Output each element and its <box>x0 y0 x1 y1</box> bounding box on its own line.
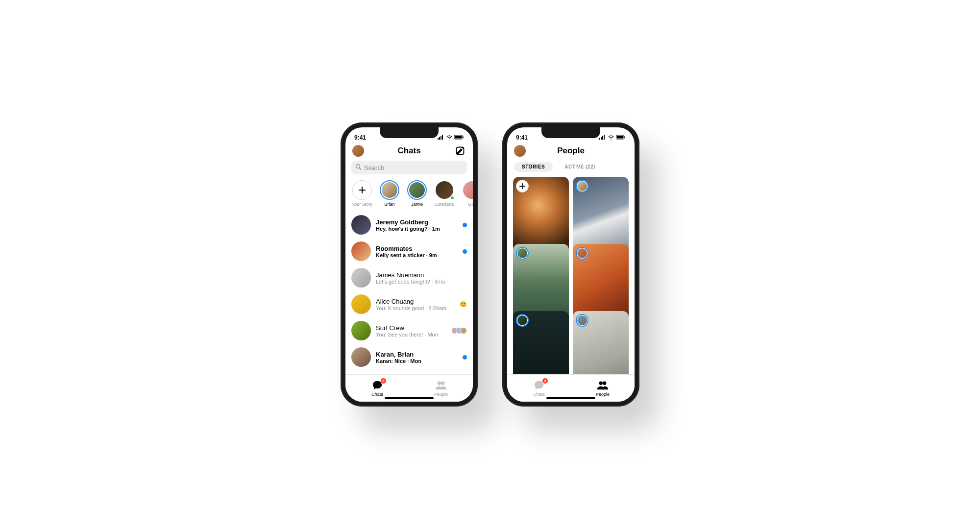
people-icon <box>435 380 447 391</box>
chat-avatar <box>351 215 371 235</box>
svg-point-13 <box>438 382 441 385</box>
story-item[interactable]: Jamie <box>406 180 428 207</box>
story-avatar <box>435 180 454 200</box>
chat-preview: You: See you there! · Mon <box>376 332 449 337</box>
search-icon <box>355 164 362 171</box>
phone-people: 9:41 People STORIES ACTIVE (22) Add to S… <box>502 122 639 407</box>
chat-indicator <box>463 223 467 227</box>
story-label: Loredana <box>435 202 454 207</box>
profile-avatar[interactable] <box>352 145 364 157</box>
svg-rect-16 <box>601 137 602 140</box>
svg-point-25 <box>603 382 606 385</box>
signal-icon <box>438 134 444 141</box>
profile-avatar[interactable] <box>514 145 526 157</box>
chat-name: Surf Crew <box>376 324 449 332</box>
svg-rect-6 <box>463 137 464 138</box>
story-avatar <box>380 180 399 200</box>
story-card[interactable] <box>513 311 569 374</box>
svg-point-24 <box>599 382 603 385</box>
svg-rect-0 <box>438 138 439 140</box>
chat-name: Karan, Brian <box>376 351 458 358</box>
story-grid[interactable]: Add to StoryBrian NelsonJamie Sharpsteen… <box>507 177 635 374</box>
chat-indicator <box>463 249 467 254</box>
svg-rect-20 <box>617 136 624 139</box>
status-time: 9:41 <box>354 134 366 141</box>
chat-icon: 3 <box>534 380 544 391</box>
chat-indicator <box>454 327 467 334</box>
svg-line-10 <box>360 168 362 170</box>
story-avatar <box>407 180 427 200</box>
chat-row[interactable]: Alice ChuangYou: K sounds good · 8:24am😊 <box>351 291 467 317</box>
segments: STORIES ACTIVE (22) <box>507 161 635 177</box>
search-input[interactable]: Search <box>351 161 467 174</box>
story-label: Jamie <box>411 202 423 207</box>
notch <box>541 127 600 138</box>
add-story-icon <box>516 180 529 192</box>
tab-people-label: People <box>434 392 448 397</box>
chat-name: Roommates <box>376 245 458 252</box>
story-item[interactable]: Your Story <box>351 180 373 207</box>
story-item[interactable]: Gor <box>461 180 473 207</box>
chat-preview: Hey, how's it going? · 1m <box>376 226 458 232</box>
chat-list[interactable]: Jeremy GoldbergHey, how's it going? · 1m… <box>345 212 473 374</box>
page-title: Chats <box>397 146 420 156</box>
header: Chats <box>345 142 473 161</box>
people-icon <box>597 380 609 391</box>
chat-avatar <box>351 268 371 288</box>
battery-icon <box>616 134 626 141</box>
story-label: Brian <box>384 202 394 207</box>
signal-icon <box>599 134 606 141</box>
svg-rect-21 <box>625 137 626 138</box>
story-card-avatar <box>516 247 529 260</box>
svg-rect-3 <box>442 135 443 140</box>
search-placeholder: Search <box>364 164 384 171</box>
chat-name: Alice Chuang <box>376 298 455 305</box>
chat-row[interactable]: Jeremy GoldbergHey, how's it going? · 1m <box>351 212 467 238</box>
chat-preview: Karan: Nice · Mon <box>376 358 458 364</box>
story-card[interactable] <box>573 311 629 374</box>
chat-row[interactable]: James NuemannLet's get boba tonight? · 3… <box>351 264 467 291</box>
story-label: Gor <box>468 202 473 207</box>
svg-rect-2 <box>441 136 441 140</box>
add-story-icon <box>352 180 372 200</box>
header: People <box>507 142 635 161</box>
chats-badge: 3 <box>380 378 387 384</box>
segment-active[interactable]: ACTIVE (22) <box>557 162 603 172</box>
status-icons <box>599 134 626 141</box>
home-indicator[interactable] <box>546 397 595 399</box>
story-avatar <box>462 180 473 200</box>
svg-rect-18 <box>604 135 605 140</box>
story-card-avatar <box>516 314 529 327</box>
chat-row[interactable]: Surf CrewYou: See you there! · Mon <box>351 317 467 344</box>
online-indicator <box>450 195 455 200</box>
story-item[interactable]: Brian <box>379 180 400 207</box>
chat-indicator <box>463 355 467 360</box>
chat-avatar <box>351 347 371 367</box>
compose-button[interactable] <box>454 145 466 157</box>
story-item[interactable]: Loredana <box>434 180 455 207</box>
chat-row[interactable]: RoommatesKelly sent a sticker · 9m <box>351 238 467 264</box>
stories-row[interactable]: Your StoryBrianJamieLoredanaGor <box>345 179 473 212</box>
page-title: People <box>557 146 585 156</box>
status-time: 9:41 <box>516 134 528 141</box>
chat-row[interactable]: Karan, BrianKaran: Nice · Mon <box>351 344 467 370</box>
chat-avatar <box>351 241 371 261</box>
chats-badge: 3 <box>542 378 548 384</box>
wifi-icon <box>608 134 614 141</box>
story-card-avatar <box>576 247 588 260</box>
svg-rect-17 <box>602 136 603 140</box>
chat-preview: Kelly sent a sticker · 9m <box>376 252 458 258</box>
phone-chats: 9:41 Chats Search Your StoryBri <box>341 122 478 407</box>
screen-people: 9:41 People STORIES ACTIVE (22) Add to S… <box>507 127 635 402</box>
segment-stories[interactable]: STORIES <box>514 162 553 172</box>
wifi-icon <box>446 134 453 141</box>
chat-icon: 3 <box>372 380 383 391</box>
svg-point-14 <box>441 382 444 385</box>
story-card-avatar <box>576 180 588 192</box>
home-indicator[interactable] <box>385 397 434 399</box>
screen-chats: 9:41 Chats Search Your StoryBri <box>345 127 473 402</box>
chat-indicator: 😊 <box>460 301 467 308</box>
notch <box>380 127 439 138</box>
tab-chats-label: Chats <box>371 392 383 397</box>
chat-name: Jeremy Goldberg <box>376 218 458 226</box>
